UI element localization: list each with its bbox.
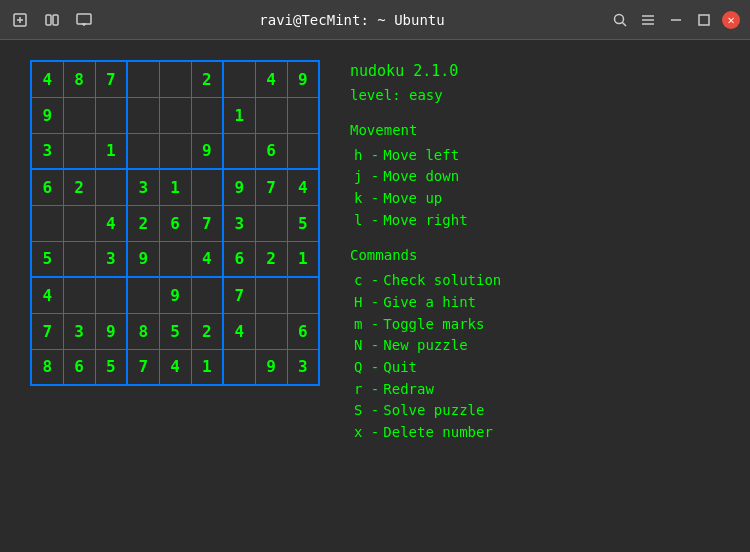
cell-2-2[interactable]: 1 [95, 133, 127, 169]
command-x: x - Delete number [354, 422, 501, 444]
command-c: c - Check solution [354, 270, 501, 292]
cell-6-4[interactable]: 9 [159, 277, 191, 313]
cell-3-4[interactable]: 1 [159, 169, 191, 205]
cell-6-2[interactable] [95, 277, 127, 313]
cell-1-1[interactable] [63, 97, 95, 133]
maximize-button[interactable] [694, 10, 714, 30]
cell-0-7[interactable]: 4 [255, 61, 287, 97]
cell-5-1[interactable] [63, 241, 95, 277]
cell-3-5[interactable] [191, 169, 223, 205]
cell-7-8[interactable]: 6 [287, 313, 319, 349]
cell-7-6[interactable]: 4 [223, 313, 255, 349]
sudoku-grid[interactable]: 4872499131966231974426735539462149773985… [30, 60, 320, 386]
cell-4-5[interactable]: 7 [191, 205, 223, 241]
search-icon[interactable] [610, 10, 630, 30]
cell-7-2[interactable]: 9 [95, 313, 127, 349]
cell-4-3[interactable]: 2 [127, 205, 159, 241]
cell-2-5[interactable]: 9 [191, 133, 223, 169]
cell-1-2[interactable] [95, 97, 127, 133]
cmd-desc: Delete number [383, 422, 493, 444]
command-Q: Q - Quit [354, 357, 501, 379]
cell-8-7[interactable]: 9 [255, 349, 287, 385]
cell-5-2[interactable]: 3 [95, 241, 127, 277]
cell-8-5[interactable]: 1 [191, 349, 223, 385]
cell-0-1[interactable]: 8 [63, 61, 95, 97]
minimize-button[interactable] [666, 10, 686, 30]
cell-3-0[interactable]: 6 [31, 169, 63, 205]
cell-8-3[interactable]: 7 [127, 349, 159, 385]
cell-2-3[interactable] [127, 133, 159, 169]
cell-0-6[interactable] [223, 61, 255, 97]
cell-8-4[interactable]: 4 [159, 349, 191, 385]
cell-3-2[interactable] [95, 169, 127, 205]
cell-4-2[interactable]: 4 [95, 205, 127, 241]
cell-8-1[interactable]: 6 [63, 349, 95, 385]
cell-7-0[interactable]: 7 [31, 313, 63, 349]
cell-6-8[interactable] [287, 277, 319, 313]
cell-8-6[interactable] [223, 349, 255, 385]
cell-7-4[interactable]: 5 [159, 313, 191, 349]
close-button[interactable]: ✕ [722, 11, 740, 29]
cell-4-4[interactable]: 6 [159, 205, 191, 241]
cell-2-4[interactable] [159, 133, 191, 169]
cell-0-2[interactable]: 7 [95, 61, 127, 97]
cell-4-6[interactable]: 3 [223, 205, 255, 241]
cell-1-8[interactable] [287, 97, 319, 133]
cell-2-7[interactable]: 6 [255, 133, 287, 169]
cell-0-3[interactable] [127, 61, 159, 97]
cell-3-6[interactable]: 9 [223, 169, 255, 205]
cell-6-6[interactable]: 7 [223, 277, 255, 313]
cell-5-8[interactable]: 1 [287, 241, 319, 277]
cell-0-5[interactable]: 2 [191, 61, 223, 97]
cell-3-3[interactable]: 3 [127, 169, 159, 205]
cell-4-1[interactable] [63, 205, 95, 241]
svg-line-9 [623, 22, 627, 26]
cell-4-8[interactable]: 5 [287, 205, 319, 241]
cell-1-5[interactable] [191, 97, 223, 133]
cell-7-3[interactable]: 8 [127, 313, 159, 349]
cmd-desc: Move up [383, 188, 442, 210]
cell-5-0[interactable]: 5 [31, 241, 63, 277]
new-tab-icon[interactable] [10, 10, 30, 30]
cell-4-7[interactable] [255, 205, 287, 241]
cell-6-3[interactable] [127, 277, 159, 313]
cell-1-0[interactable]: 9 [31, 97, 63, 133]
cell-8-2[interactable]: 5 [95, 349, 127, 385]
cell-7-7[interactable] [255, 313, 287, 349]
cell-1-4[interactable] [159, 97, 191, 133]
cell-5-4[interactable] [159, 241, 191, 277]
cell-6-1[interactable] [63, 277, 95, 313]
menu-icon[interactable] [638, 10, 658, 30]
cell-5-5[interactable]: 4 [191, 241, 223, 277]
cell-2-6[interactable] [223, 133, 255, 169]
cell-6-5[interactable] [191, 277, 223, 313]
movement-cmd-j: j - Move down [354, 166, 501, 188]
cmd-key: c - [354, 270, 379, 292]
cell-1-7[interactable] [255, 97, 287, 133]
cell-2-1[interactable] [63, 133, 95, 169]
monitor-icon[interactable] [74, 10, 94, 30]
cell-3-1[interactable]: 2 [63, 169, 95, 205]
split-icon[interactable] [42, 10, 62, 30]
cell-1-3[interactable] [127, 97, 159, 133]
cell-0-8[interactable]: 9 [287, 61, 319, 97]
cell-8-0[interactable]: 8 [31, 349, 63, 385]
cell-1-6[interactable]: 1 [223, 97, 255, 133]
cell-5-7[interactable]: 2 [255, 241, 287, 277]
cell-3-8[interactable]: 4 [287, 169, 319, 205]
cell-5-6[interactable]: 6 [223, 241, 255, 277]
cell-7-5[interactable]: 2 [191, 313, 223, 349]
cell-5-3[interactable]: 9 [127, 241, 159, 277]
cell-0-4[interactable] [159, 61, 191, 97]
cell-2-8[interactable] [287, 133, 319, 169]
cell-6-7[interactable] [255, 277, 287, 313]
command-S: S - Solve puzzle [354, 400, 501, 422]
cell-3-7[interactable]: 7 [255, 169, 287, 205]
cell-0-0[interactable]: 4 [31, 61, 63, 97]
cell-2-0[interactable]: 3 [31, 133, 63, 169]
cell-6-0[interactable]: 4 [31, 277, 63, 313]
titlebar: ravi@TecMint: ~ Ubuntu ✕ [0, 0, 750, 40]
cell-8-8[interactable]: 3 [287, 349, 319, 385]
cell-4-0[interactable] [31, 205, 63, 241]
cell-7-1[interactable]: 3 [63, 313, 95, 349]
